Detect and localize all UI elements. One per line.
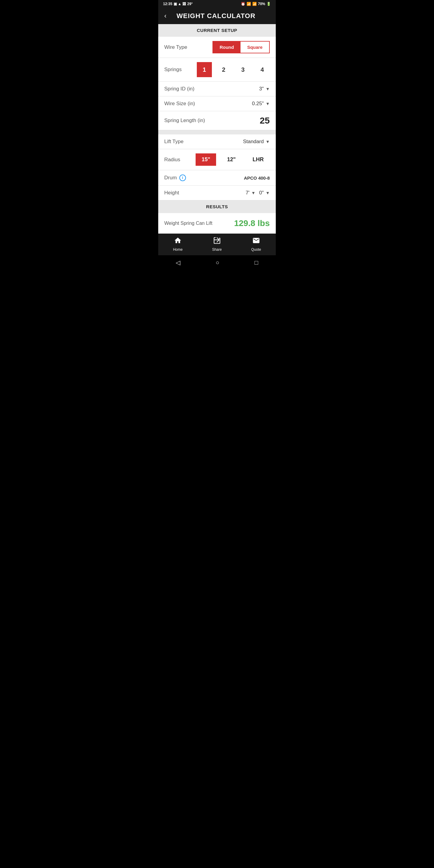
wire-type-label: Wire Type [164,44,187,50]
signal-icon: 📶 [252,2,257,6]
android-nav: ◁ ○ □ [158,255,276,270]
results-row: Weight Spring Can Lift 129.8 lbs [158,213,276,234]
alarm-icon: ⏰ [241,2,245,6]
height-label: Height [164,190,179,196]
wire-type-round-button[interactable]: Round [213,41,241,53]
nav-home[interactable]: Home [173,237,183,252]
radius-group: 15" 12" LHR [195,153,270,166]
height-row: Height 7' ▼ 0" ▼ [158,186,276,200]
bottom-nav: Home Share Quote [158,234,276,255]
results-header: RESULTS [158,200,276,213]
lift-type-dropdown[interactable]: Standard ▼ [243,138,270,145]
spring-id-dropdown[interactable]: 3" ▼ [259,86,270,92]
lift-type-value: Standard [243,138,264,145]
android-back-button[interactable]: ◁ [176,259,180,266]
wire-size-label: Wire Size (in) [164,101,195,107]
current-setup-header: CURRENT SETUP [158,24,276,37]
radius-lhr-button[interactable]: LHR [247,153,270,166]
springs-number-group: 1 2 3 4 [197,62,270,77]
app-title: WEIGHT CALCULATOR [171,12,261,20]
spring-length-value: 25 [260,116,270,126]
status-icons: ▣ ▲ 🖼 [174,2,186,6]
time: 12:35 [163,2,173,6]
wire-size-dropdown[interactable]: 0.25" ▼ [252,101,270,107]
results-title: RESULTS [206,204,228,209]
wire-size-chevron: ▼ [266,101,270,106]
spring-id-chevron: ▼ [266,87,270,91]
spring-length-row: Spring Length (in) 25 [158,111,276,130]
radius-row: Radius 15" 12" LHR [158,149,276,170]
height-feet-chevron: ▼ [251,190,255,195]
spring-id-row: Spring ID (in) 3" ▼ [158,82,276,96]
drum-value: APCO 400-8 [244,176,270,181]
quote-label: Quote [251,247,261,252]
temperature: 29° [187,2,193,6]
wire-type-square-button[interactable]: Square [241,41,269,53]
status-bar: 12:35 ▣ ▲ 🖼 29° ⏰ 📶 📶 70% 🔋 [158,0,276,8]
springs-label: Springs [164,67,182,73]
springs-2-button[interactable]: 2 [216,62,231,77]
nav-share[interactable]: Share [212,237,222,252]
wire-type-toggle-group: Round Square [213,41,270,53]
weight-result-label: Weight Spring Can Lift [164,221,213,226]
android-home-button[interactable]: ○ [216,259,219,266]
lift-type-row: Lift Type Standard ▼ [158,134,276,149]
spring-length-label: Spring Length (in) [164,118,205,124]
main-content: CURRENT SETUP Wire Type Round Square Spr… [158,24,276,234]
springs-1-button[interactable]: 1 [197,62,212,77]
nav-quote[interactable]: Quote [251,237,261,252]
height-inches-chevron: ▼ [266,190,270,195]
wire-type-row: Wire Type Round Square [158,37,276,58]
radius-15-button[interactable]: 15" [195,153,216,166]
height-inches-dropdown[interactable]: 0" ▼ [259,190,270,196]
spring-id-value: 3" [259,86,264,92]
height-dropdowns: 7' ▼ 0" ▼ [246,190,270,196]
lift-type-label: Lift Type [164,138,184,145]
height-inches-value: 0" [259,190,264,196]
quote-icon [252,237,260,246]
drum-info-icon[interactable]: i [179,175,186,181]
battery-percent: 70% [258,2,265,6]
wire-size-row: Wire Size (in) 0.25" ▼ [158,96,276,111]
status-left: 12:35 ▣ ▲ 🖼 29° [163,2,193,6]
drum-row: Drum i APCO 400-8 [158,170,276,186]
springs-row: Springs 1 2 3 4 [158,58,276,82]
share-label: Share [212,247,222,252]
radius-label: Radius [164,157,180,163]
height-feet-dropdown[interactable]: 7' ▼ [246,190,255,196]
back-button[interactable]: ‹ [164,12,166,20]
status-right: ⏰ 📶 📶 70% 🔋 [241,2,271,6]
battery-icon: 🔋 [267,2,271,6]
lift-type-chevron: ▼ [266,139,270,144]
spring-id-label: Spring ID (in) [164,86,194,92]
app-bar: ‹ WEIGHT CALCULATOR [158,8,276,24]
springs-4-button[interactable]: 4 [255,62,270,77]
wire-size-value: 0.25" [252,101,264,107]
radius-12-button[interactable]: 12" [221,153,242,166]
home-label: Home [173,247,183,252]
drum-label: Drum [164,175,177,181]
section-divider [158,130,276,134]
height-feet-value: 7' [246,190,250,196]
current-setup-title: CURRENT SETUP [197,28,237,33]
drum-label-group: Drum i [164,175,186,181]
android-recent-button[interactable]: □ [254,259,258,266]
weight-result-value: 129.8 lbs [234,218,270,228]
springs-3-button[interactable]: 3 [236,62,250,77]
home-icon [174,237,182,246]
share-icon [213,237,221,246]
wifi-icon: 📶 [247,2,251,6]
